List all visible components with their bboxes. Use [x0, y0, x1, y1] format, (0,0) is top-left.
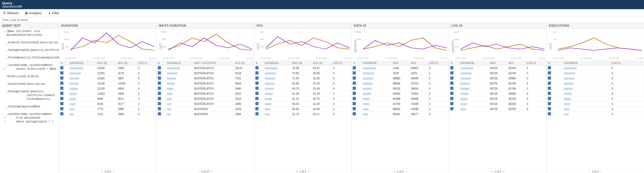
charts-area: DURATIONcount15k10k5k8:00 PM12:00 AM6:00…: [59, 23, 644, 173]
table-row[interactable]: 813561772: [59, 101, 156, 107]
table-row[interactable]: 954095112: [59, 96, 156, 101]
db-bar: [167, 77, 176, 80]
pagination-prev-button[interactable]: ‹: [101, 170, 103, 173]
cell-col3: 2674K: [507, 66, 525, 71]
query-content[interactable]: 1(@max int)insert into data201835(OrderL…: [0, 29, 59, 125]
table-row[interactable]: 64.7322.495: [254, 86, 351, 91]
db-bar: [70, 93, 77, 95]
table-row[interactable]: 5872K2674K5: [449, 81, 546, 86]
table-row[interactable]: 5872K2980K4: [449, 91, 546, 96]
pagination-prev-button[interactable]: ‹: [491, 170, 493, 173]
table-row[interactable]: 777329955: [59, 107, 156, 112]
table-row[interactable]: 89891530983: [352, 107, 449, 112]
table-row[interactable]: 51.7020.115: [254, 112, 351, 117]
table-row[interactable]: 12196121961: [59, 81, 156, 86]
refresh-button[interactable]: ↻ Refresh: [2, 10, 20, 16]
db-icon: [450, 82, 453, 85]
pagination-next-button[interactable]: ›: [308, 170, 310, 173]
table-row[interactable]: 93595703042: [352, 91, 449, 96]
table-row[interactable]: 56.6644.962: [254, 107, 351, 112]
table-row[interactable]: BUFFERLATCH9218: [157, 71, 254, 76]
query-line: +OrderLineID,OrderID: [2, 71, 57, 79]
table-row[interactable]: 5872K2674K5: [449, 86, 546, 91]
db-bar-cell: [166, 86, 193, 91]
table-row[interactable]: 5: [547, 81, 644, 86]
col-header-execs: EXECS: [525, 61, 546, 66]
table-row[interactable]: BUFFERLATCH2480: [157, 101, 254, 107]
table-row[interactable]: 56.6321.305: [254, 101, 351, 107]
table-row[interactable]: 5: [547, 76, 644, 81]
table-row[interactable]: BUFFERLATCH4833: [157, 81, 254, 86]
chart-table-duration: ▼DATABASEMAX ($)AVG ($)EXECS132402400512…: [59, 61, 156, 168]
table-row[interactable]: 1150334095: [59, 91, 156, 96]
table-row[interactable]: 1324024005: [59, 66, 156, 71]
table-row[interactable]: 4: [547, 112, 644, 117]
table-row[interactable]: 5872K2823K4: [449, 101, 546, 107]
filter-button[interactable]: ▼ Filter: [47, 11, 60, 16]
pagination-prev-button[interactable]: ‹: [588, 170, 591, 173]
pagination-next-button[interactable]: ›: [211, 170, 213, 173]
table-row[interactable]: 1256838075: [59, 76, 156, 81]
pagination-next-button[interactable]: ›: [113, 170, 115, 173]
table-row[interactable]: 1278141735: [59, 71, 156, 76]
table-row[interactable]: 76.5853.872: [254, 66, 351, 71]
table-row[interactable]: 5: [547, 96, 644, 101]
cell-col3: 4173: [117, 71, 137, 76]
svg-text:count: count: [60, 43, 65, 50]
table-row[interactable]: BUFFERLATCH10147: [157, 66, 254, 71]
pagination-prev-button[interactable]: ‹: [296, 170, 298, 173]
cell-col2: 7212: [96, 112, 117, 117]
table-row[interactable]: 98800384995: [352, 76, 449, 81]
table-row[interactable]: 5872K2998K3: [449, 76, 546, 81]
table-row[interactable]: 107K107K1: [352, 71, 449, 76]
table-row[interactable]: 4: [547, 107, 644, 112]
table-row[interactable]: 61.2961.291: [254, 91, 351, 96]
table-row[interactable]: 5: [547, 66, 644, 71]
table-row[interactable]: 5: [547, 86, 644, 91]
table-row[interactable]: 5872K2674K5: [449, 71, 546, 76]
cell-col2: 5872K: [489, 96, 507, 101]
db-bar: [564, 103, 570, 105]
pagination-prev-button[interactable]: ‹: [393, 170, 395, 173]
table-row[interactable]: BUFFERLATCH3496: [157, 86, 254, 91]
table-row[interactable]: 65.3622.334: [254, 81, 351, 86]
table-row[interactable]: 98906373155: [352, 81, 449, 86]
cell-col4: 4: [428, 96, 449, 101]
db-bar-cell: [563, 96, 610, 101]
pagination-next-button[interactable]: ›: [405, 170, 407, 173]
col-header-avg-($): AVG ($): [312, 61, 332, 66]
table-row[interactable]: 5: [547, 71, 644, 76]
table-row[interactable]: BUFFERLATCH2922: [157, 91, 254, 96]
table-row[interactable]: 71.9425.665: [254, 76, 351, 81]
pagination-next-button[interactable]: ›: [503, 170, 505, 173]
table-row[interactable]: 5872K2674K5: [449, 66, 546, 71]
pagination-prev-button[interactable]: ‹: [197, 170, 199, 173]
table-row[interactable]: 1214949634: [59, 86, 156, 91]
table-row[interactable]: 721229065: [59, 112, 156, 117]
table-row[interactable]: 93288458084: [352, 96, 449, 101]
db-bar-cell: [362, 66, 392, 71]
db-icon: [60, 66, 63, 69]
table-row[interactable]: 5872K2675K4: [449, 107, 546, 112]
table-row[interactable]: 85691364775: [352, 112, 449, 117]
table-row[interactable]: 4: [547, 91, 644, 96]
table-row[interactable]: BUFFERLATCH7291: [157, 76, 254, 81]
table-row[interactable]: 114K836532: [352, 66, 449, 71]
svg-text:6:00 AM: 6:00 AM: [219, 57, 229, 59]
cell-col4: 5: [332, 86, 351, 91]
cell-col2: 74.65: [291, 71, 312, 76]
table-row[interactable]: 91793743982: [352, 101, 449, 107]
db-icon: [353, 112, 356, 115]
analytics-button[interactable]: ▦ Analytics: [24, 11, 43, 16]
table-row[interactable]: BUFFERIO2394: [157, 112, 254, 117]
table-row[interactable]: 5: [547, 101, 644, 107]
pagination-next-button[interactable]: ›: [600, 170, 603, 173]
svg-text:12:00 PM: 12:00 PM: [538, 57, 545, 59]
svg-text:12:00 AM: 12:00 AM: [483, 57, 495, 59]
table-row[interactable]: 74.6526.905: [254, 71, 351, 76]
table-row[interactable]: 61.1028.704: [254, 96, 351, 101]
table-row[interactable]: 98226388165: [352, 86, 449, 91]
table-row[interactable]: BUFFERLATCH2516: [157, 96, 254, 101]
table-row[interactable]: BUFFERIO2429: [157, 107, 254, 112]
table-row[interactable]: 5872K2674K5: [449, 96, 546, 101]
